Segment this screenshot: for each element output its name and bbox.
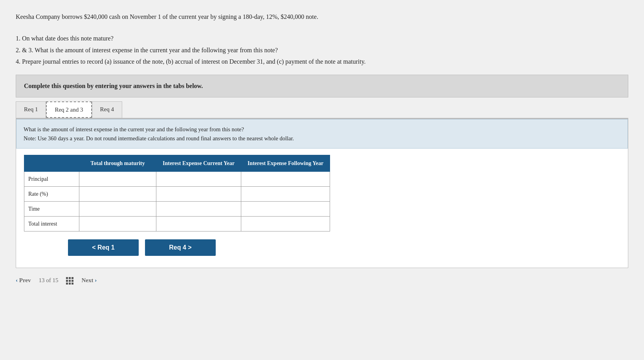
input-time-current[interactable] xyxy=(156,202,241,216)
input-totalinterest-total[interactable] xyxy=(79,217,156,231)
grid-icon xyxy=(66,276,73,285)
button-row: < Req 1 Req 4 > xyxy=(24,239,260,256)
question-1: 1. On what date does this note mature? xyxy=(16,33,628,44)
col-header-following: Interest Expense Following Year xyxy=(241,155,330,172)
instruction-line2: Note: Use 360 days a year. Do not round … xyxy=(24,135,294,141)
cell-totalinterest-current[interactable] xyxy=(156,217,241,231)
cell-rate-current[interactable] xyxy=(156,187,241,202)
cell-principal-current[interactable] xyxy=(156,172,241,187)
page-info: 13 of 15 xyxy=(39,276,58,285)
table-row: Time xyxy=(24,202,330,217)
input-principal-total[interactable] xyxy=(79,172,156,186)
col-header-current: Interest Expense Current Year xyxy=(156,155,241,172)
row-label-total-interest: Total interest xyxy=(24,217,79,231)
cell-principal-total[interactable] xyxy=(79,172,156,187)
cell-time-total[interactable] xyxy=(79,202,156,217)
main-content: What is the amount of interest expense i… xyxy=(16,119,628,268)
input-rate-current[interactable] xyxy=(156,187,241,201)
tabs-container: Req 1 Req 2 and 3 Req 4 xyxy=(16,101,628,119)
col-header-total: Total through maturity xyxy=(79,155,156,172)
cell-totalinterest-total[interactable] xyxy=(79,217,156,231)
bottom-nav: ‹ Prev 13 of 15 Next › xyxy=(16,276,628,285)
input-rate-total[interactable] xyxy=(79,187,156,201)
input-principal-following[interactable] xyxy=(241,172,330,186)
cell-rate-total[interactable] xyxy=(79,187,156,202)
intro-text: Keesha Company borrows $240,000 cash on … xyxy=(16,12,628,67)
complete-box: Complete this question by entering your … xyxy=(16,75,628,97)
instruction-box: What is the amount of interest expense i… xyxy=(16,119,628,149)
tab-req1[interactable]: Req 1 xyxy=(16,101,46,118)
col-header-empty xyxy=(24,155,79,172)
cell-time-current[interactable] xyxy=(156,202,241,217)
row-label-rate: Rate (%) xyxy=(24,187,79,202)
input-principal-current[interactable] xyxy=(156,172,241,186)
cell-rate-following[interactable] xyxy=(241,187,330,202)
cell-totalinterest-following[interactable] xyxy=(241,217,330,231)
input-rate-following[interactable] xyxy=(241,187,330,201)
input-totalinterest-current[interactable] xyxy=(156,217,241,231)
complete-box-text: Complete this question by entering your … xyxy=(24,83,203,89)
prev-req-button[interactable]: < Req 1 xyxy=(68,239,139,256)
cell-principal-following[interactable] xyxy=(241,172,330,187)
row-label-time: Time xyxy=(24,202,79,217)
table-row: Principal xyxy=(24,172,330,187)
input-time-following[interactable] xyxy=(241,202,330,216)
table-row: Total interest xyxy=(24,217,330,231)
tab-req2and3[interactable]: Req 2 and 3 xyxy=(46,101,92,118)
interest-table: Total through maturity Interest Expense … xyxy=(24,155,330,231)
input-totalinterest-following[interactable] xyxy=(241,217,330,231)
table-row: Rate (%) xyxy=(24,187,330,202)
row-label-principal: Principal xyxy=(24,172,79,187)
question-4: 4. Prepare journal entries to record (a)… xyxy=(16,57,628,67)
next-req-button[interactable]: Req 4 > xyxy=(145,239,216,256)
input-time-total[interactable] xyxy=(79,202,156,216)
intro-sentence: Keesha Company borrows $240,000 cash on … xyxy=(16,12,628,22)
instruction-line1: What is the amount of interest expense i… xyxy=(24,126,244,132)
next-link[interactable]: Next › xyxy=(81,276,97,285)
prev-link[interactable]: ‹ Prev xyxy=(16,276,31,285)
tab-req4[interactable]: Req 4 xyxy=(92,101,122,118)
cell-time-following[interactable] xyxy=(241,202,330,217)
question-2: 2. & 3. What is the amount of interest e… xyxy=(16,45,628,55)
